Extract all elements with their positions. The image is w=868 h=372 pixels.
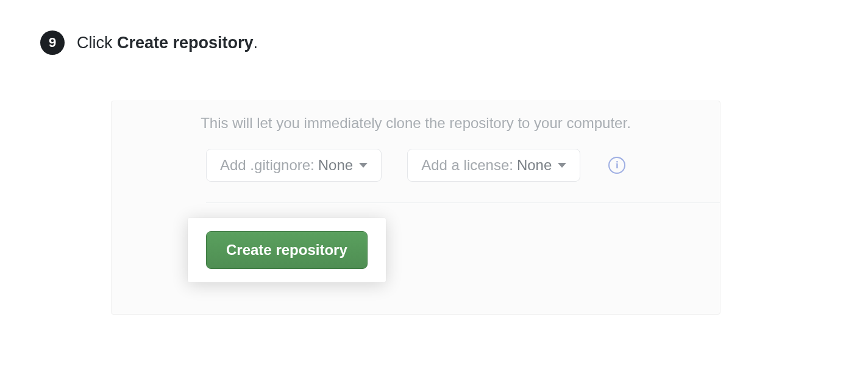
gitignore-value: None — [318, 157, 353, 174]
caret-down-icon — [359, 163, 368, 168]
step-number-badge: 9 — [40, 30, 65, 55]
gitignore-label: Add .gitignore: — [220, 157, 315, 174]
highlight-callout: Create repository — [188, 218, 386, 282]
step-suffix: . — [254, 34, 258, 52]
gitignore-dropdown[interactable]: Add .gitignore: None — [206, 149, 382, 182]
panel-hint-text: This will let you immediately clone the … — [112, 101, 720, 149]
license-dropdown[interactable]: Add a license: None — [407, 149, 580, 182]
dropdown-row: Add .gitignore: None Add a license: None… — [112, 149, 720, 202]
step-prefix: Click — [77, 34, 117, 52]
license-label: Add a license: — [421, 157, 513, 174]
caret-down-icon — [558, 163, 566, 168]
create-repository-button[interactable]: Create repository — [206, 231, 368, 269]
screenshot-panel: This will let you immediately clone the … — [111, 101, 720, 315]
license-value: None — [517, 157, 552, 174]
action-area: Create repository — [112, 203, 720, 314]
step-instruction: Click Create repository. — [77, 34, 258, 52]
step-bold: Create repository — [117, 34, 254, 52]
info-icon[interactable]: i — [608, 157, 625, 174]
step-row: 9 Click Create repository. — [0, 0, 868, 55]
